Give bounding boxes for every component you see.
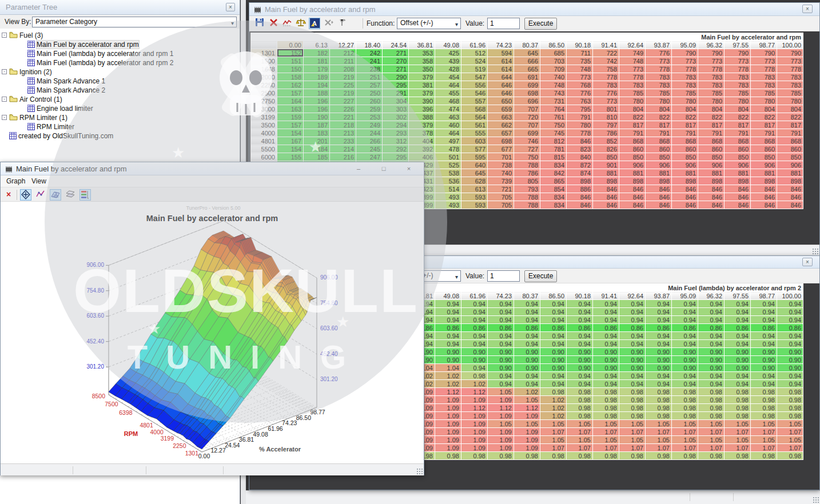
col-header[interactable]: 49.08 [435,292,461,300]
table-cell[interactable]: 0.90 [672,364,698,372]
table-cell[interactable]: 0.94 [698,300,725,308]
col-header[interactable]: 90.18 [567,292,593,300]
table-cell[interactable]: 705 [488,201,514,209]
table-cell[interactable]: 501 [435,153,461,161]
table-cell[interactable]: 846 [777,193,803,201]
table-cell[interactable]: 1.12 [435,388,461,396]
table-cell[interactable]: 797 [593,121,619,129]
table-cell[interactable]: 804 [751,105,777,113]
table-cell[interactable]: 0.98 [619,388,646,396]
table-cell[interactable]: 0.98 [725,404,751,412]
table-cell[interactable]: 846 [593,201,619,209]
table-cell[interactable]: 846 [751,201,777,209]
table-cell[interactable]: 748 [540,81,567,89]
table-cell[interactable]: 0.98 [777,412,803,420]
table-cell[interactable]: 350 [409,65,435,73]
table-cell[interactable]: 0.90 [725,356,751,364]
table-cell[interactable]: 0.90 [751,356,777,364]
table-cell[interactable]: 881 [725,169,751,177]
fuel-window-titlebar[interactable]: Main Fuel by accelerator and rpm × [249,3,819,16]
table-cell[interactable]: 1.05 [593,420,619,428]
table-cell[interactable]: 0.86 [435,324,461,332]
table-cell[interactable]: 778 [698,65,725,73]
table-cell[interactable]: 646 [488,89,514,97]
table-cell[interactable]: 868 [725,137,751,145]
table-cell[interactable]: 0.90 [461,348,488,356]
table-cell[interactable]: 0.94 [567,308,593,316]
expander-icon[interactable]: - [2,115,7,120]
table-cell[interactable]: 786 [593,129,619,137]
col-header[interactable]: 61.96 [461,292,488,300]
table-cell[interactable]: 379 [409,89,435,97]
table-cell[interactable]: 790 [725,49,751,57]
table-cell[interactable]: 791 [646,129,672,137]
table-cell[interactable]: 219 [330,73,356,81]
table-cell[interactable]: 783 [777,73,803,81]
table-cell[interactable]: 773 [672,57,698,65]
table-cell[interactable]: 906 [646,161,672,169]
execute-button[interactable]: Execute [524,18,557,30]
table-cell[interactable]: 791 [751,129,777,137]
value-input[interactable] [487,270,520,282]
table-cell[interactable]: 778 [725,65,751,73]
table-cell[interactable]: 189 [304,73,330,81]
table-cell[interactable]: 0.94 [672,372,698,380]
table-cell[interactable]: 846 [593,185,619,193]
compare-scale-icon[interactable] [295,18,306,29]
col-header[interactable]: 80.37 [514,41,540,49]
table-cell[interactable]: 0.90 [646,348,672,356]
table-cell[interactable]: 0.98 [461,372,488,380]
table-cell[interactable]: 0.94 [540,380,567,388]
table-cell[interactable]: 0.90 [646,356,672,364]
table-cell[interactable]: 898 [593,177,619,185]
table-cell[interactable]: 194 [304,81,330,89]
table-cell[interactable]: 783 [698,73,725,81]
table-cell[interactable]: 743 [540,89,567,97]
table-cell[interactable]: 846 [751,185,777,193]
table-cell[interactable]: 0.94 [619,340,646,348]
table-cell[interactable]: 561 [461,121,488,129]
table-cell[interactable]: 218 [330,121,356,129]
table-cell[interactable]: 396 [409,105,435,113]
table-cell[interactable]: 293 [383,129,409,137]
table-cell[interactable]: 0.90 [540,356,567,364]
table-cell[interactable]: 898 [672,177,698,185]
table-cell[interactable]: 613 [461,185,488,193]
table-cell[interactable]: 906 [751,161,777,169]
table-cell[interactable]: 1.09 [435,428,461,436]
table-cell[interactable]: 778 [646,65,672,73]
table-cell[interactable]: 742 [593,57,619,65]
table-cell[interactable]: 868 [646,137,672,145]
table-cell[interactable]: 0.86 [646,324,672,332]
table-cell[interactable]: 226 [330,105,356,113]
table-cell[interactable]: 0.98 [646,388,672,396]
table-cell[interactable]: 493 [435,193,461,201]
table-cell[interactable]: 0.98 [672,396,698,404]
pan-move-icon[interactable] [20,189,31,201]
table-cell[interactable]: 1.09 [514,444,540,452]
y-axis-icon[interactable] [336,18,348,29]
table-cell[interactable]: 179 [304,65,330,73]
table-cell[interactable]: 860 [698,145,725,153]
save-icon[interactable] [254,18,265,29]
table-cell[interactable]: 0.98 [777,404,803,412]
table-cell[interactable]: 291 [383,89,409,97]
table-cell[interactable]: 731 [540,97,567,105]
table-cell[interactable]: 1.09 [514,412,540,420]
table-cell[interactable]: 0.94 [593,332,619,340]
col-header[interactable]: 86.50 [540,292,567,300]
table-cell[interactable]: 0.94 [619,308,646,316]
table-cell[interactable]: 776 [593,89,619,97]
table-cell[interactable]: 0.98 [435,452,461,460]
table-cell[interactable]: 865 [540,177,567,185]
table-cell[interactable]: 783 [751,73,777,81]
table-cell[interactable]: 646 [488,81,514,89]
table-cell[interactable]: 0.98 [619,396,646,404]
table-cell[interactable]: 703 [540,57,567,65]
table-cell[interactable]: 244 [356,129,383,137]
table-cell[interactable]: 0.94 [777,372,803,380]
table-cell[interactable]: 868 [672,137,698,145]
table-cell[interactable]: 740 [540,73,567,81]
table-cell[interactable]: 881 [646,169,672,177]
table-cell[interactable]: 822 [698,113,725,121]
